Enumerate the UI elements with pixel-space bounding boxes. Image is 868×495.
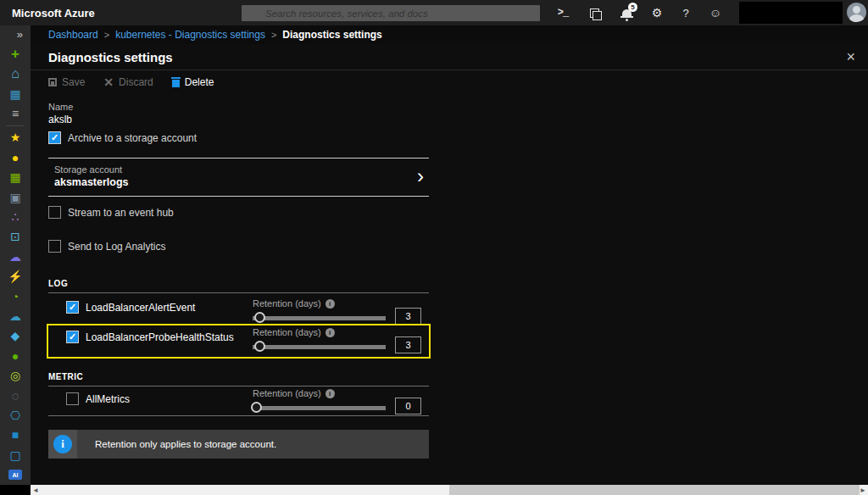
directory-people-icon[interactable]: ◌ (0, 386, 31, 405)
search-input[interactable] (242, 5, 540, 21)
metric-row-all-metrics: AllMetrics (66, 392, 130, 405)
cloud-shell-icon[interactable]: >_ (552, 0, 574, 25)
function-app-icon[interactable]: ⚡ (0, 266, 31, 286)
panel-title-bar: Diagnostics settings × (31, 44, 868, 70)
monitor-docs-icon[interactable]: ⊡ (0, 227, 31, 247)
probe-health-label: LoadBalancerProbeHealthStatus (86, 331, 234, 343)
scrollbar-thumb[interactable] (449, 485, 860, 495)
save-button[interactable]: Save (48, 76, 85, 88)
chevron-right-icon: › (417, 165, 424, 187)
sidebar-expand-icon[interactable]: » (0, 25, 31, 44)
alert-event-label: LoadBalancerAlertEvent (86, 302, 195, 314)
notification-badge: 5 (628, 3, 637, 12)
info-icon-cell: i (48, 430, 77, 459)
directory-filter-icon[interactable] (583, 0, 605, 25)
scroll-left-arrow-icon[interactable]: ◄ (31, 485, 41, 495)
storage-account-label: Storage account (54, 164, 122, 175)
security-shield-icon[interactable]: ● (0, 346, 31, 365)
divider (48, 386, 429, 387)
help-icon[interactable]: ? (675, 0, 697, 25)
log-row-alert-event: LoadBalancerAlertEvent (66, 301, 195, 314)
cluster-dots-icon[interactable]: ∴ (0, 207, 31, 226)
cloud-badge-icon[interactable]: ☁ (0, 306, 31, 325)
horizontal-scrollbar[interactable]: ◄ ► (31, 485, 868, 495)
discard-button[interactable]: ✕ Discard (103, 75, 153, 89)
delete-button[interactable]: Delete (172, 76, 214, 88)
retention-value-alert-event[interactable]: 3 (395, 308, 421, 325)
info-icon: i (326, 389, 335, 398)
retention-label: Retention (days) i (253, 327, 335, 337)
all-services-icon[interactable]: ≡ (0, 103, 31, 123)
log-analytics-label: Send to Log Analytics (68, 241, 165, 253)
event-hub-label: Stream to an event hub (68, 207, 174, 219)
log-section-header: LOG (48, 279, 68, 288)
divider (48, 415, 429, 416)
settings-gear-icon[interactable]: ⚙ (646, 0, 668, 25)
breadcrumb-kubernetes-diagnostics[interactable]: kubernetes - Diagnostics settings (115, 29, 265, 41)
load-balancer-icon[interactable]: ◆ (0, 326, 31, 346)
trash-icon (172, 80, 180, 87)
resource-cube-icon[interactable]: ▣ (0, 187, 31, 207)
key-vault-icon[interactable]: ● (0, 147, 31, 167)
storage-account-selector[interactable]: Storage account aksmasterlogs › (48, 158, 429, 197)
diagnostics-settings-panel: Diagnostics settings × Save ✕ Discard De… (31, 44, 868, 485)
breadcrumb-separator: > (104, 30, 109, 40)
event-hub-checkbox[interactable] (48, 206, 61, 219)
retention-label: Retention (days) i (253, 388, 335, 398)
save-icon (48, 78, 57, 86)
slider-thumb[interactable] (254, 312, 265, 323)
all-metrics-label: AllMetrics (86, 393, 130, 405)
event-hub-row: Stream to an event hub (48, 206, 174, 219)
avatar[interactable] (847, 3, 866, 22)
favorites-star-icon[interactable]: ★ (0, 128, 31, 147)
retention-slider-alert-event[interactable] (253, 316, 386, 320)
help-support-icon[interactable]: ▢ (0, 445, 31, 464)
dashboard-icon[interactable]: ▦ (0, 84, 31, 103)
sidebar-divider (6, 125, 25, 126)
cost-ring-icon[interactable]: ◎ (0, 366, 31, 386)
home-icon[interactable]: ⌂ (0, 64, 31, 83)
ai-icon[interactable]: AI (0, 465, 31, 485)
slider-thumb[interactable] (254, 341, 265, 352)
slider-thumb[interactable] (251, 402, 262, 413)
breadcrumb-dashboard[interactable]: Dashboard (48, 29, 98, 41)
name-value[interactable]: akslb (48, 114, 72, 125)
info-icon: i (326, 299, 335, 309)
notifications-icon[interactable]: 5 (615, 0, 637, 25)
marketplace-icon[interactable]: ■ (0, 425, 31, 445)
discard-x-icon: ✕ (103, 75, 114, 89)
divider (48, 292, 429, 293)
kubernetes-service-icon[interactable]: ⎔ (0, 405, 31, 425)
archive-storage-checkbox[interactable] (48, 131, 61, 144)
breadcrumb-separator: > (271, 30, 276, 40)
breadcrumb-current: Diagnostics settings (282, 29, 381, 41)
toolbar: Save ✕ Discard Delete (48, 70, 214, 94)
retention-value-all-metrics[interactable]: 0 (395, 398, 421, 414)
feedback-smiley-icon[interactable]: ☺ (704, 0, 726, 25)
all-resources-icon[interactable]: ▦ (0, 167, 31, 186)
info-banner: i Retention only applies to storage acco… (48, 430, 429, 459)
metric-section-header: METRIC (48, 372, 83, 381)
alert-event-checkbox[interactable] (66, 301, 79, 314)
retention-value-probe-health[interactable]: 3 (395, 336, 421, 353)
all-metrics-checkbox[interactable] (66, 392, 79, 405)
scroll-right-arrow-icon[interactable]: ► (858, 485, 868, 495)
close-icon[interactable]: × (842, 47, 860, 68)
top-bar: Microsoft Azure >_ 5 ⚙ ? ☺ (0, 0, 868, 25)
retention-slider-probe-health[interactable] (253, 345, 386, 349)
advisor-gauge-icon[interactable]: ◔ (0, 286, 31, 306)
app-cloud-icon[interactable]: ☁ (0, 247, 31, 266)
archive-storage-label: Archive to a storage account (68, 132, 197, 144)
create-resource-icon[interactable]: + (0, 44, 31, 64)
storage-account-value: aksmasterlogs (54, 176, 129, 188)
archive-storage-row: Archive to a storage account (48, 131, 197, 144)
breadcrumb: Dashboard > kubernetes - Diagnostics set… (31, 25, 868, 44)
info-circle-icon: i (53, 435, 72, 453)
retention-label: Retention (days) i (253, 298, 335, 309)
info-banner-text: Retention only applies to storage accoun… (95, 439, 276, 449)
sidebar: » + ⌂ ▦ ≡ ★ ● ▦ ▣ ∴ ⊡ ☁ ⚡ ◔ ☁ ◆ ● ◎ ◌ ⎔ … (0, 25, 31, 485)
retention-slider-all-metrics[interactable] (253, 406, 386, 410)
log-analytics-checkbox[interactable] (48, 240, 61, 253)
probe-health-checkbox[interactable] (66, 331, 79, 343)
log-analytics-row: Send to Log Analytics (48, 240, 165, 253)
